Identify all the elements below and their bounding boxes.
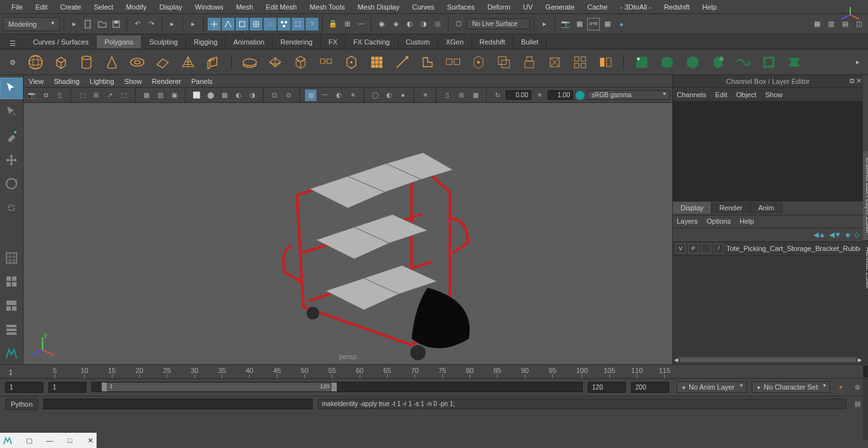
vp-gamma-value[interactable] bbox=[506, 90, 531, 100]
range-end-outer-input[interactable] bbox=[631, 382, 669, 393]
script-editor-icon[interactable]: ▤ bbox=[851, 398, 863, 410]
sculpt-tool6-icon[interactable] bbox=[759, 52, 779, 72]
time-ruler[interactable]: 1 |◀◀ ◀| |◀ ◀ ▶ ▶| |▶ ▶▶| 51015202530354… bbox=[0, 365, 868, 379]
vp-menu-lighting[interactable]: Lighting bbox=[90, 78, 114, 85]
shelf-tab-custom[interactable]: Custom bbox=[398, 36, 438, 48]
cmd-language-select[interactable]: Python bbox=[5, 398, 38, 410]
vp-menu-view[interactable]: View bbox=[29, 78, 44, 85]
shelf-tab-bullet[interactable]: Bullet bbox=[513, 36, 547, 48]
vp-resolution-gate-icon[interactable]: ⬚ bbox=[118, 90, 130, 101]
menu-help[interactable]: Help bbox=[696, 1, 723, 13]
shelf-tab-sculpting[interactable]: Sculpting bbox=[142, 36, 186, 48]
panel-layout2-icon[interactable]: ▥ bbox=[825, 18, 837, 31]
cb-show-tab[interactable]: Show bbox=[765, 91, 783, 98]
shelf-tab-rigging[interactable]: Rigging bbox=[186, 36, 226, 48]
vp-gate-mask-icon[interactable]: ▦ bbox=[140, 90, 152, 101]
vp-xray-icon[interactable]: ⊙ bbox=[283, 90, 294, 101]
layout-four-icon[interactable] bbox=[0, 295, 23, 316]
poly-cube-icon[interactable] bbox=[51, 52, 71, 72]
layer-move-down-icon[interactable]: ◀▼ bbox=[829, 231, 841, 239]
poly-sweep-icon[interactable] bbox=[392, 52, 412, 72]
lasso-tool-icon[interactable] bbox=[0, 102, 23, 123]
vp-menu-panels[interactable]: Panels bbox=[191, 78, 213, 85]
menu-modify[interactable]: Modify bbox=[119, 1, 153, 13]
select-by-component-icon[interactable] bbox=[222, 18, 234, 31]
vp-image-plane-icon[interactable]: ▯ bbox=[54, 90, 65, 101]
layer-tab-display[interactable]: Display bbox=[673, 202, 712, 214]
construction-history-icon[interactable]: ▸ bbox=[538, 18, 551, 31]
poly-cylinder-icon[interactable] bbox=[76, 52, 97, 72]
poly-superellipse-icon[interactable] bbox=[265, 52, 285, 72]
snap-live-icon[interactable]: ◐ bbox=[403, 18, 416, 31]
vp-film-gate-icon[interactable]: ↗ bbox=[104, 90, 116, 101]
layer-tab-render[interactable]: Render bbox=[712, 202, 750, 214]
range-start-outer-input[interactable] bbox=[5, 382, 43, 393]
vp-light2-icon[interactable]: ◐ bbox=[383, 90, 395, 101]
range-end-input[interactable] bbox=[588, 382, 626, 393]
move-tool-icon[interactable] bbox=[0, 149, 23, 171]
shelf-tab-curves[interactable]: Curves / Surfaces bbox=[25, 36, 97, 48]
poly-soccer-icon[interactable] bbox=[341, 52, 362, 72]
last-tool-icon[interactable] bbox=[0, 247, 23, 269]
shelf-tab-redshift[interactable]: Redshift bbox=[472, 36, 513, 48]
poly-extrude-icon[interactable] bbox=[519, 52, 539, 72]
vp-smooth-icon[interactable]: ⬤ bbox=[205, 90, 216, 101]
sculpt-tool1-icon[interactable] bbox=[632, 52, 652, 72]
sculpt-tool3-icon[interactable] bbox=[682, 52, 703, 72]
select-multi-icon[interactable] bbox=[292, 18, 304, 31]
shelf-tab-fxcaching[interactable]: FX Caching bbox=[346, 36, 398, 48]
vp-toggle1-icon[interactable]: ▯ bbox=[442, 90, 453, 101]
shelf-tab-rendering[interactable]: Rendering bbox=[273, 36, 321, 48]
layer-move-up-icon[interactable]: ◀▲ bbox=[813, 231, 825, 239]
vp-color-space-select[interactable]: sRGB gamma bbox=[587, 90, 670, 100]
character-set-select[interactable]: ▼No Character Set bbox=[752, 381, 830, 393]
shelf-overflow-icon[interactable]: ▸ bbox=[848, 52, 868, 72]
render-settings-icon[interactable]: IPR bbox=[587, 18, 600, 31]
nav-cube-icon[interactable] bbox=[837, 5, 863, 24]
menu-deform[interactable]: Deform bbox=[481, 1, 517, 13]
vp-menu-shading[interactable]: Shading bbox=[54, 78, 79, 85]
select-face-icon[interactable] bbox=[264, 18, 276, 31]
vp-menu-show[interactable]: Show bbox=[125, 78, 142, 85]
sculpt-tool7-icon[interactable] bbox=[784, 52, 804, 72]
poly-disc-icon[interactable] bbox=[178, 52, 198, 72]
vp-exposure-value[interactable] bbox=[548, 90, 573, 100]
vp-motion-blur-icon[interactable]: 〰 bbox=[319, 90, 330, 101]
new-scene-icon[interactable]: ▸ bbox=[68, 18, 81, 31]
menu-curves[interactable]: Curves bbox=[406, 1, 441, 13]
menu-uv[interactable]: UV bbox=[517, 1, 539, 13]
snap-point-icon[interactable]: ◉ bbox=[376, 18, 388, 31]
viewport-3d[interactable]: persp y x z bbox=[24, 103, 672, 364]
vp-light3-icon[interactable]: ● bbox=[397, 90, 409, 101]
minimize-window-icon[interactable]: — bbox=[46, 435, 53, 446]
vp-2d-icon[interactable]: ⬚ bbox=[76, 90, 88, 101]
taskbar-doc-icon[interactable]: ▢ bbox=[25, 435, 33, 446]
vp-exposure-icon[interactable]: ☀ bbox=[419, 90, 431, 101]
select-vertex-icon[interactable] bbox=[236, 18, 248, 31]
menu-select[interactable]: Select bbox=[88, 1, 120, 13]
render-view-icon[interactable]: ▦ bbox=[601, 18, 614, 31]
rotate-tool-icon[interactable] bbox=[0, 173, 23, 195]
layer-row[interactable]: V P / Tote_Picking_Cart_Storage_Bracket_… bbox=[673, 242, 863, 256]
poly-bridge-icon[interactable] bbox=[545, 52, 565, 72]
poly-separate-icon[interactable] bbox=[443, 52, 463, 72]
anim-prefs-icon[interactable]: ⚙ bbox=[851, 381, 863, 393]
current-frame-input[interactable] bbox=[864, 366, 868, 377]
menu-edit-mesh[interactable]: Edit Mesh bbox=[259, 1, 303, 13]
maya-logo-icon[interactable] bbox=[0, 343, 23, 364]
lock-icon[interactable]: 🔒 bbox=[327, 18, 339, 31]
menu-surfaces[interactable]: Surfaces bbox=[441, 1, 481, 13]
menu-mesh[interactable]: Mesh bbox=[229, 1, 259, 13]
menu-cache[interactable]: Cache bbox=[581, 1, 614, 13]
select-by-object-icon[interactable] bbox=[208, 18, 220, 31]
vp-ao-icon[interactable]: ▦ bbox=[305, 90, 316, 101]
poly-pyramid-icon[interactable] bbox=[203, 52, 224, 72]
snap-plane-icon[interactable]: ◈ bbox=[390, 18, 402, 31]
layer-visibility-toggle[interactable]: V bbox=[675, 243, 686, 254]
menu-generate[interactable]: Generate bbox=[539, 1, 581, 13]
range-slider[interactable]: 1 120 bbox=[92, 382, 583, 392]
poly-platonic-icon[interactable] bbox=[367, 52, 387, 72]
cb-channels-tab[interactable]: Channels bbox=[677, 91, 706, 98]
select-tool-icon[interactable] bbox=[0, 78, 23, 99]
cb-object-tab[interactable]: Object bbox=[736, 91, 756, 98]
